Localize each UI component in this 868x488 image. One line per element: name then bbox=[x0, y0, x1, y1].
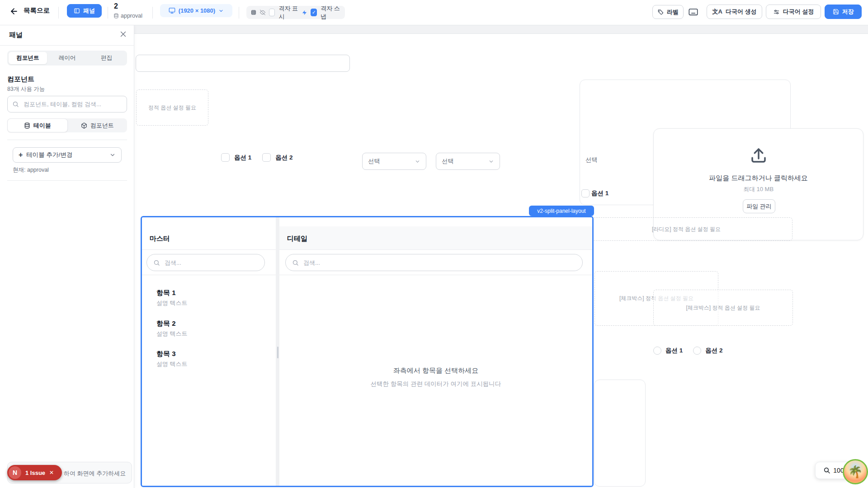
plus-icon: + bbox=[19, 151, 23, 159]
split-resizer[interactable] bbox=[276, 217, 279, 486]
drag-hint-text: 하여 화면에 추가하세요 bbox=[64, 469, 126, 478]
detail-empty-desc: 선택한 항목의 관련 데이터가 여기에 표시됩니다 bbox=[279, 380, 592, 388]
toolbar-separator bbox=[152, 7, 153, 19]
toolbar-separator bbox=[108, 7, 108, 19]
dashed-checkbox-text-2: [체크박스] 정적 옵션 설정 필요 bbox=[686, 304, 760, 312]
checkbox-option1[interactable] bbox=[221, 153, 230, 162]
upload-icon bbox=[749, 146, 768, 165]
select-1-value: 선택 bbox=[368, 157, 380, 165]
detail-empty-title: 좌측에서 항목을 선택하세요 bbox=[279, 366, 592, 375]
radio-group: 옵션 1 옵션 2 bbox=[653, 347, 723, 355]
page-number: 2 bbox=[114, 2, 118, 10]
monitor-icon bbox=[169, 7, 175, 14]
grid-snap-checkbox[interactable]: ✓ bbox=[311, 9, 317, 16]
toolbar: 목록으로 패널 2 approval (868 × 488) 격자 표시 ✓… bbox=[0, 0, 868, 25]
toggle-components-label: 컴포넌트 bbox=[90, 122, 114, 130]
back-icon[interactable] bbox=[9, 7, 19, 16]
master-title: 마스터 bbox=[150, 235, 170, 243]
divider bbox=[7, 180, 127, 181]
grid-show-checkbox[interactable] bbox=[269, 9, 275, 16]
file-manage-button[interactable]: 파일 관리 bbox=[743, 199, 775, 213]
detail-search-input[interactable] bbox=[302, 259, 576, 267]
i18n-generate-button[interactable]: 文A 다국어 생성 bbox=[707, 5, 762, 19]
component-tag[interactable]: v2-split-panel-layout bbox=[529, 206, 594, 216]
container-checkbox-label: 옵션 1 bbox=[591, 189, 609, 197]
component-tag-label: v2-split-panel-layout bbox=[537, 208, 585, 214]
chevron-down-icon bbox=[109, 152, 116, 158]
divider bbox=[279, 275, 592, 275]
divider bbox=[279, 249, 592, 250]
database-icon bbox=[24, 122, 30, 129]
close-icon[interactable] bbox=[119, 30, 127, 38]
label-button[interactable]: 라벨 bbox=[652, 5, 684, 19]
toolbar-separator bbox=[58, 7, 59, 19]
divider bbox=[7, 140, 127, 140]
back-to-list-button[interactable]: 목록으로 bbox=[24, 6, 50, 15]
eye-off-icon[interactable] bbox=[260, 9, 265, 16]
checkbox-option1-label: 옵션 1 bbox=[234, 154, 251, 162]
panel-toggle-button[interactable]: 패널 bbox=[67, 4, 102, 18]
checkbox-option2[interactable] bbox=[262, 153, 271, 162]
issue-badge[interactable]: N 1 Issue ✕ bbox=[7, 465, 62, 480]
screen-size-value: (868 × 488) bbox=[179, 7, 215, 14]
toolbar-separator bbox=[239, 7, 239, 19]
master-search-input[interactable] bbox=[164, 259, 258, 267]
screen-size-dropdown[interactable]: (868 × 488) bbox=[160, 4, 232, 17]
detail-search[interactable] bbox=[285, 254, 583, 271]
grid-icon[interactable] bbox=[251, 9, 256, 16]
radio-option2[interactable] bbox=[693, 347, 701, 355]
upload-title: 파일을 드래그하거나 클릭하세요 bbox=[654, 174, 863, 183]
snap-zap-icon bbox=[302, 9, 307, 16]
container-checkbox[interactable] bbox=[581, 189, 590, 197]
dashed-select-text: 정적 옵션 설정 필요 bbox=[148, 104, 196, 112]
keyboard-icon[interactable] bbox=[689, 8, 698, 16]
grid-controls: 격자 표시 ✓ 격자 스냅 bbox=[246, 6, 345, 19]
search-icon bbox=[292, 259, 299, 266]
component-search-input[interactable] bbox=[23, 100, 122, 108]
list-item[interactable]: 항목 1 설명 텍스트 bbox=[156, 289, 188, 307]
chevron-down-icon bbox=[218, 8, 224, 14]
toggle-tables[interactable]: 테이블 bbox=[7, 118, 68, 132]
dashed-select-placeholder[interactable]: 정적 옵션 설정 필요 bbox=[136, 89, 208, 126]
dashed-checkbox-placeholder-2[interactable]: [체크박스] 정적 옵션 설정 필요 bbox=[653, 290, 793, 326]
grid-show-label: 격자 표시 bbox=[278, 5, 298, 21]
panel-title: 패널 bbox=[9, 31, 23, 39]
list-item-title: 항목 1 bbox=[156, 289, 188, 297]
tropical-sticker-icon[interactable]: 🌴 bbox=[843, 459, 868, 484]
canvas-text-input[interactable] bbox=[136, 55, 350, 72]
container-select-label: 선택 bbox=[585, 156, 598, 164]
i18n-settings-button[interactable]: 다국어 설정 bbox=[766, 5, 821, 19]
select-1[interactable]: 선택 bbox=[362, 153, 426, 170]
tab-edit[interactable]: 편집 bbox=[87, 52, 126, 64]
upload-subtitle: 최대 10 MB bbox=[654, 185, 863, 193]
list-item-desc: 설명 텍스트 bbox=[156, 299, 188, 307]
detail-header: 디테일 bbox=[279, 226, 592, 249]
save-button[interactable]: 저장 bbox=[825, 5, 862, 19]
resizer-handle[interactable] bbox=[277, 347, 278, 358]
components-available-count: 83개 사용 가능 bbox=[7, 85, 45, 93]
add-table-button[interactable]: + 테이블 추가/변경 bbox=[13, 147, 122, 163]
split-panel-component[interactable]: 마스터 항목 1 설명 텍스트 항목 2 설명 텍스트 항목 3 설명 텍스트 bbox=[141, 216, 594, 487]
i18n-generate-label: 다국어 생성 bbox=[726, 8, 757, 16]
list-item[interactable]: 항목 3 설명 텍스트 bbox=[156, 350, 188, 368]
translate-icon: 文A bbox=[712, 8, 722, 16]
search-icon bbox=[153, 259, 160, 266]
issue-close-icon[interactable]: ✕ bbox=[49, 469, 54, 476]
tab-components[interactable]: 컴포넌트 bbox=[9, 52, 47, 64]
select-2[interactable]: 선택 bbox=[436, 153, 500, 170]
component-search[interactable] bbox=[7, 96, 127, 113]
radio-option1-label: 옵션 1 bbox=[665, 347, 683, 355]
source-toggle: 테이블 컴포넌트 bbox=[7, 118, 127, 132]
list-item[interactable]: 항목 2 설명 텍스트 bbox=[156, 319, 188, 338]
divider bbox=[142, 249, 276, 250]
radio-option1[interactable] bbox=[653, 347, 661, 355]
app-root: 정적 옵션 설정 필요 옵션 1 옵션 2 선택 선택 선택 옵션 1 파일을 … bbox=[0, 0, 868, 488]
tab-layers[interactable]: 레이어 bbox=[48, 52, 86, 64]
list-item-title: 항목 3 bbox=[156, 350, 188, 358]
master-search[interactable] bbox=[146, 254, 265, 271]
left-panel: 패널 컴포넌트 레이어 편집 컴포넌트 83개 사용 가능 테이블 컴포넌트 bbox=[0, 25, 134, 488]
dashed-radio-placeholder[interactable]: [라디오] 정적 옵션 설정 필요 bbox=[580, 217, 793, 241]
save-icon bbox=[833, 9, 839, 15]
toggle-components[interactable]: 컴포넌트 bbox=[68, 118, 127, 132]
empty-bottom-card[interactable] bbox=[594, 380, 646, 487]
